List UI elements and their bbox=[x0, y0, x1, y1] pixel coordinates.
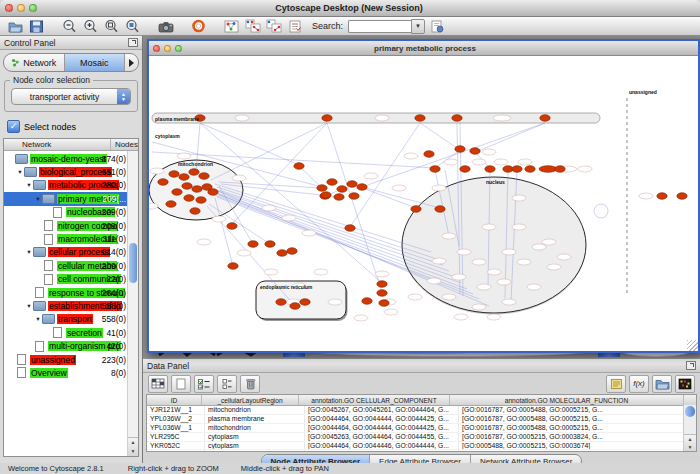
tree-item[interactable]: secretion41(0) bbox=[4, 326, 138, 339]
network-node[interactable] bbox=[334, 194, 344, 201]
tree-item[interactable]: macromolecule311(0) bbox=[4, 232, 138, 245]
resize-grip[interactable] bbox=[687, 340, 698, 351]
layout-overlay-button-2[interactable] bbox=[264, 18, 283, 34]
network-node[interactable] bbox=[377, 281, 387, 288]
network-node[interactable] bbox=[228, 263, 238, 270]
table-scrollbar-buttons[interactable]: ▲▼ bbox=[684, 434, 696, 451]
network-node[interactable] bbox=[322, 115, 332, 122]
tree-item[interactable]: Overview8(0) bbox=[4, 366, 138, 379]
network-node[interactable] bbox=[379, 300, 389, 307]
table-row[interactable]: YJR121W__1mitochondrion[GO:0045267, GO:0… bbox=[147, 406, 696, 415]
network-node[interactable] bbox=[184, 195, 194, 202]
network-node[interactable] bbox=[460, 166, 470, 173]
network-node[interactable] bbox=[411, 206, 421, 213]
attribute-table-button[interactable] bbox=[148, 375, 168, 393]
tree-item[interactable]: ▼biological_process651(0) bbox=[4, 165, 138, 178]
select-nodes-checkbox[interactable] bbox=[7, 120, 20, 133]
network-view-button[interactable] bbox=[222, 18, 241, 34]
tree-item[interactable]: unassigned223(0) bbox=[4, 353, 138, 366]
search-dropdown-button[interactable]: ▼ bbox=[411, 19, 425, 34]
network-node[interactable] bbox=[287, 248, 297, 255]
snapshot-button[interactable] bbox=[156, 18, 175, 34]
zoom-fit-button[interactable] bbox=[102, 18, 121, 34]
network-node[interactable] bbox=[277, 250, 287, 257]
column-header[interactable]: annotation.GO CELLULAR_COMPONENT bbox=[299, 395, 450, 405]
delete-attribute-button[interactable] bbox=[240, 375, 260, 393]
network-node[interactable] bbox=[189, 169, 199, 176]
matrix-view-button[interactable] bbox=[675, 375, 695, 393]
new-attribute-button[interactable] bbox=[171, 375, 191, 393]
import-attributes-button[interactable] bbox=[652, 375, 672, 393]
zoom-out-button[interactable] bbox=[60, 18, 79, 34]
network-node[interactable] bbox=[321, 192, 331, 199]
network-node[interactable] bbox=[435, 206, 445, 213]
network-node[interactable] bbox=[452, 115, 462, 122]
network-node[interactable] bbox=[276, 299, 286, 306]
network-node[interactable] bbox=[227, 223, 237, 230]
float-panel-icon[interactable] bbox=[128, 38, 138, 47]
tree-item[interactable]: ▼establishment of lo558(0) bbox=[4, 299, 138, 312]
tree-item[interactable]: ▼cellular process614(0) bbox=[4, 246, 138, 259]
network-canvas[interactable]: plasma membranecytoplasmmitochondrionnuc… bbox=[149, 56, 694, 348]
network-node[interactable] bbox=[540, 115, 550, 122]
tree-item[interactable]: ▼primary metabo209(... bbox=[4, 192, 138, 205]
network-node[interactable] bbox=[294, 163, 304, 170]
network-node[interactable] bbox=[525, 166, 535, 173]
table-row[interactable]: YPL036W__1mitochondrion[GO:0044464, GO:0… bbox=[147, 424, 696, 433]
expander-icon[interactable]: ▼ bbox=[34, 316, 42, 322]
network-node[interactable] bbox=[347, 181, 357, 188]
network-node[interactable] bbox=[345, 225, 355, 232]
tree-scrollbar[interactable]: ▲▼ bbox=[127, 151, 138, 456]
tree-scrollbar-buttons[interactable]: ▲▼ bbox=[128, 437, 138, 456]
network-node[interactable] bbox=[192, 186, 202, 193]
network-node[interactable] bbox=[300, 299, 310, 306]
network-node[interactable] bbox=[179, 174, 189, 181]
network-node[interactable] bbox=[455, 146, 465, 153]
tree-item[interactable]: response to stimulu264(0) bbox=[4, 286, 138, 299]
select-attributes-button[interactable] bbox=[194, 375, 214, 393]
tree-scrollbar-thumb[interactable] bbox=[129, 243, 137, 283]
zoom-in-button[interactable] bbox=[81, 18, 100, 34]
zoom-selected-button[interactable] bbox=[123, 18, 142, 34]
network-node[interactable] bbox=[485, 166, 495, 173]
expander-icon[interactable]: ▼ bbox=[16, 169, 24, 175]
zoom-button[interactable] bbox=[29, 4, 37, 12]
frame-minimize-button[interactable] bbox=[164, 45, 171, 52]
network-node[interactable] bbox=[362, 298, 372, 305]
frame-close-button[interactable] bbox=[153, 45, 160, 52]
formula-button[interactable]: f(x) bbox=[629, 375, 649, 393]
network-node[interactable] bbox=[657, 193, 667, 200]
data-panel-float-icon[interactable] bbox=[686, 361, 696, 370]
tree-item[interactable]: mosaic-demo-yeast874(0) bbox=[4, 152, 138, 165]
network-node[interactable] bbox=[248, 241, 258, 248]
network-node[interactable] bbox=[555, 166, 565, 173]
frame-zoom-button[interactable] bbox=[175, 45, 182, 52]
expander-icon[interactable]: ▼ bbox=[25, 303, 33, 309]
network-node[interactable] bbox=[424, 151, 434, 158]
table-row[interactable]: YKR052Ccytoplasm[GO:0044464, GO:0044446,… bbox=[147, 442, 696, 451]
tree-item[interactable]: cellular metabo209(0) bbox=[4, 259, 138, 272]
network-node[interactable] bbox=[199, 173, 209, 180]
attribute-browser-button[interactable] bbox=[285, 18, 304, 34]
network-node[interactable] bbox=[357, 184, 367, 191]
tree-item[interactable]: nitrogen compo209(0) bbox=[4, 219, 138, 232]
open-session-button[interactable] bbox=[6, 18, 25, 34]
tree-item[interactable]: multi-organism pro42(0) bbox=[4, 339, 138, 352]
help-button[interactable] bbox=[189, 18, 208, 34]
network-node[interactable] bbox=[290, 303, 300, 310]
table-row[interactable]: YPL036W__2plasma membrane[GO:0044464, GO… bbox=[147, 415, 696, 424]
network-node[interactable] bbox=[415, 115, 425, 122]
unselect-attributes-button[interactable] bbox=[217, 375, 237, 393]
network-node[interactable] bbox=[470, 148, 480, 155]
network-node[interactable] bbox=[317, 185, 327, 192]
table-scrollbar[interactable]: ▲▼ bbox=[683, 405, 696, 451]
network-node[interactable] bbox=[265, 241, 275, 248]
table-row[interactable]: YLR295Ccytoplasm[GO:0045263, GO:0044464,… bbox=[147, 433, 696, 442]
search-config-button[interactable] bbox=[427, 18, 446, 34]
layout-overlay-button-1[interactable] bbox=[243, 18, 262, 34]
network-node[interactable] bbox=[190, 208, 200, 215]
column-header[interactable]: ID bbox=[147, 395, 202, 405]
save-session-button[interactable] bbox=[27, 18, 46, 34]
network-node[interactable] bbox=[430, 166, 440, 173]
tree-item[interactable]: ▼metabolic process280(0) bbox=[4, 179, 138, 192]
